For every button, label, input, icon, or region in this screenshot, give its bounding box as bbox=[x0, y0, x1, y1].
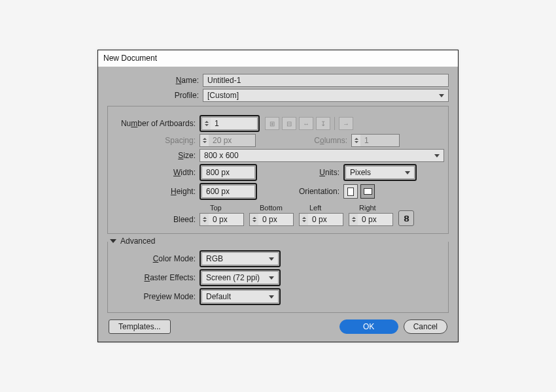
new-document-dialog: New Document Name: Untitled-1 Profile: [… bbox=[97, 50, 459, 342]
units-value: Pixels bbox=[350, 168, 371, 177]
spacing-stepper: 20 px bbox=[200, 134, 256, 147]
size-label: Size: bbox=[112, 151, 200, 160]
orientation-toggle bbox=[343, 184, 375, 199]
bleed-right-value[interactable]: 0 px bbox=[358, 213, 393, 226]
grid-col-icon[interactable]: ⊟ bbox=[282, 117, 296, 130]
raster-select[interactable]: Screen (72 ppi) bbox=[201, 271, 279, 284]
stepper-icon bbox=[201, 117, 211, 130]
advanced-label: Advanced bbox=[120, 237, 155, 246]
units-label: Units: bbox=[257, 168, 343, 177]
chevron-down-icon bbox=[110, 239, 116, 243]
artboards-stepper[interactable]: 1 bbox=[201, 117, 258, 130]
columns-stepper: 1 bbox=[351, 134, 400, 147]
size-value: 800 x 600 bbox=[204, 151, 239, 160]
height-input[interactable]: 600 px bbox=[201, 185, 255, 198]
preview-label: Preview Mode: bbox=[112, 292, 200, 301]
arrange-rl-icon[interactable]: ↔ bbox=[299, 117, 313, 130]
bleed-right-stepper[interactable]: 0 px bbox=[349, 213, 393, 226]
window-title: New Document bbox=[98, 50, 458, 67]
bleed-label: Bleed: bbox=[112, 215, 200, 226]
bleed-top-stepper[interactable]: 0 px bbox=[200, 213, 244, 226]
artboard-group: Number of Artboards: 1 ⊞ ⊟ ↔ ↧ → bbox=[107, 106, 449, 234]
raster-value: Screen (72 ppi) bbox=[206, 273, 260, 282]
profile-select[interactable]: [Custom] bbox=[203, 89, 449, 102]
bleed-bottom-stepper[interactable]: 0 px bbox=[249, 213, 294, 226]
artboards-value[interactable]: 1 bbox=[211, 117, 258, 130]
orientation-label: Orientation: bbox=[257, 187, 343, 196]
bleed-left-label: Left bbox=[299, 204, 343, 213]
height-label: Height: bbox=[112, 187, 200, 196]
profile-value: [Custom] bbox=[207, 91, 239, 100]
width-label: Width: bbox=[112, 168, 200, 177]
arrange-down-icon[interactable]: ↧ bbox=[316, 117, 330, 130]
chevron-down-icon bbox=[405, 171, 410, 174]
size-select[interactable]: 800 x 600 bbox=[200, 149, 444, 162]
color-mode-value: RGB bbox=[206, 254, 223, 263]
separator bbox=[334, 117, 335, 130]
units-highlight: Pixels bbox=[343, 164, 417, 181]
bleed-left-stepper[interactable]: 0 px bbox=[299, 213, 343, 226]
chevron-down-icon bbox=[439, 94, 444, 97]
link-bleed-icon[interactable]: 𝟴 bbox=[398, 210, 414, 226]
grid-row-icon[interactable]: ⊞ bbox=[265, 117, 279, 130]
orientation-portrait[interactable] bbox=[343, 184, 358, 199]
spacing-value: 20 px bbox=[209, 134, 256, 147]
stepper-icon bbox=[351, 134, 360, 147]
name-input[interactable]: Untitled-1 bbox=[203, 74, 449, 87]
chevron-down-icon bbox=[269, 257, 274, 261]
bleed-top-label: Top bbox=[200, 204, 244, 213]
color-mode-highlight: RGB bbox=[200, 250, 281, 267]
bleed-left-value[interactable]: 0 px bbox=[308, 213, 343, 226]
bleed-top-value[interactable]: 0 px bbox=[209, 213, 244, 226]
artboards-label: Number of Artboards: bbox=[112, 119, 200, 128]
chevron-down-icon bbox=[434, 154, 440, 157]
bleed-right-label: Right bbox=[349, 204, 393, 213]
bleed-bottom-label: Bottom bbox=[249, 204, 294, 213]
preview-select[interactable]: Default bbox=[201, 290, 279, 303]
columns-value: 1 bbox=[360, 134, 400, 147]
stepper-icon bbox=[200, 134, 209, 147]
chevron-down-icon bbox=[269, 295, 274, 299]
raster-highlight: Screen (72 ppi) bbox=[200, 269, 281, 286]
columns-label: Columns: bbox=[256, 136, 351, 145]
advanced-group: Color Mode: RGB Raster Effects: Screen (… bbox=[107, 242, 449, 313]
raster-label: Raster Effects: bbox=[112, 273, 200, 282]
spacing-label: Spacing: bbox=[112, 136, 200, 145]
artboards-highlight: 1 bbox=[200, 115, 260, 132]
width-input[interactable]: 800 px bbox=[201, 166, 255, 179]
color-mode-label: Color Mode: bbox=[112, 254, 200, 263]
bleed-group: Top 0 px Bottom 0 px L bbox=[200, 204, 414, 226]
cancel-button[interactable]: Cancel bbox=[404, 319, 447, 334]
preview-value: Default bbox=[206, 292, 231, 301]
width-highlight: 800 px bbox=[200, 164, 257, 181]
dialog-body: Name: Untitled-1 Profile: [Custom] Numbe… bbox=[98, 67, 458, 342]
preview-highlight: Default bbox=[200, 288, 281, 305]
ok-button[interactable]: OK bbox=[339, 319, 398, 334]
units-select[interactable]: Pixels bbox=[345, 166, 415, 179]
profile-label: Profile: bbox=[107, 91, 203, 100]
name-label: Name: bbox=[107, 76, 203, 85]
templates-button[interactable]: Templates... bbox=[109, 319, 171, 334]
height-highlight: 600 px bbox=[200, 183, 257, 200]
chevron-down-icon bbox=[269, 276, 274, 280]
dialog-footer: Templates... OK Cancel bbox=[107, 313, 449, 335]
artboard-arrange-icons: ⊞ ⊟ ↔ ↧ → bbox=[265, 117, 353, 130]
orientation-landscape[interactable] bbox=[360, 184, 375, 199]
arrange-right-icon[interactable]: → bbox=[339, 117, 353, 130]
bleed-bottom-value[interactable]: 0 px bbox=[258, 213, 294, 226]
color-mode-select[interactable]: RGB bbox=[201, 252, 279, 265]
